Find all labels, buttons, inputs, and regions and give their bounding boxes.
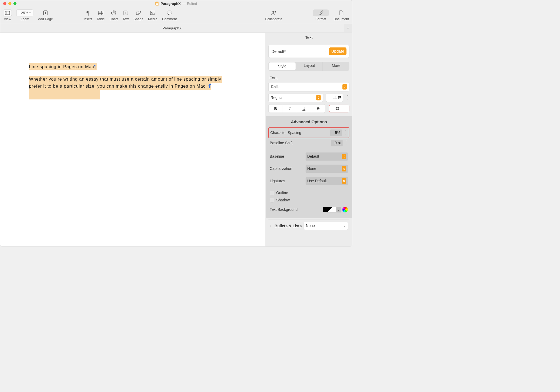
pilcrow-icon: ¶	[94, 64, 97, 69]
inspector-segments: Style Layout More	[268, 62, 349, 71]
strikethrough-button[interactable]: S	[311, 104, 325, 112]
character-spacing-stepper[interactable]: ⌃ ⌄	[344, 130, 348, 135]
chevron-up-icon[interactable]: ⌃	[344, 140, 348, 143]
chart-label: Chart	[110, 17, 118, 21]
media-label: Media	[148, 17, 157, 21]
chevron-up-icon[interactable]: ⌃	[346, 95, 350, 98]
zoom-value: 125%	[19, 11, 28, 15]
document-name: ParagraphX	[161, 2, 181, 6]
add-page-button[interactable]: Add Page	[38, 9, 53, 21]
font-weight-select[interactable]: Regular	[268, 94, 323, 102]
zoom-window-button[interactable]	[13, 2, 16, 5]
ligatures-label: Ligatures	[270, 179, 285, 183]
capitalization-select[interactable]: None	[306, 165, 348, 173]
font-section-label: Font	[269, 75, 349, 80]
view-label: View	[4, 17, 11, 21]
bold-button[interactable]: B	[269, 104, 283, 112]
svg-rect-2	[156, 3, 158, 3]
text-button[interactable]: T Text	[122, 9, 129, 21]
chevron-down-icon[interactable]: ⌄	[344, 143, 348, 146]
media-button[interactable]: Media	[148, 9, 157, 21]
inspector-panel: Text Default* ⌵ Update Style Layout More…	[265, 33, 352, 246]
add-page-label: Add Page	[38, 17, 53, 21]
chevron-down-icon: ⌵	[326, 50, 327, 53]
advanced-options-button[interactable]: ⌄	[329, 105, 349, 112]
pilcrow-icon: ¶	[209, 84, 211, 89]
format-button[interactable]: Format	[313, 9, 329, 21]
svg-point-26	[272, 11, 274, 13]
svg-line-37	[336, 109, 337, 110]
chart-button[interactable]: Chart	[110, 9, 118, 21]
segment-layout[interactable]: Layout	[296, 62, 323, 71]
titlebar: ParagraphX — Edited	[0, 0, 352, 7]
collaborate-button[interactable]: Collaborate	[265, 9, 282, 21]
svg-rect-9	[98, 11, 103, 15]
baseline-shift-stepper[interactable]: ⌃ ⌄	[344, 140, 348, 146]
collaborate-label: Collaborate	[265, 17, 282, 21]
inspector-header: Text	[266, 33, 352, 42]
chevron-up-icon[interactable]: ⌃	[344, 130, 348, 133]
baseline-select[interactable]: Default	[306, 152, 348, 160]
segment-more[interactable]: More	[323, 62, 350, 71]
shape-button[interactable]: Shape	[134, 9, 143, 21]
chevron-down-icon: ▾	[29, 12, 30, 14]
outline-checkbox[interactable]	[270, 191, 274, 195]
baseline-value: Default	[307, 154, 319, 159]
stepper-icon	[342, 166, 346, 171]
document-text[interactable]: Line spacing in Pages on Mac¶ Whether yo…	[29, 63, 255, 99]
document-button[interactable]: Document	[334, 9, 349, 21]
italic-button[interactable]: I	[283, 104, 297, 112]
svg-rect-23	[167, 11, 172, 14]
bullets-lists-select[interactable]: None ⌄	[304, 222, 348, 230]
style-name: Default*	[271, 49, 324, 54]
view-button[interactable]: View	[3, 9, 12, 21]
color-picker-button[interactable]	[342, 207, 348, 212]
svg-rect-4	[5, 11, 9, 15]
chevron-down-icon[interactable]: ⌄	[346, 98, 350, 100]
paragraph-style-select[interactable]: Default* ⌵ Update	[268, 45, 349, 58]
format-label: Format	[315, 17, 326, 21]
tab-name[interactable]: ParagraphX	[0, 26, 344, 30]
bullets-lists-value: None	[306, 224, 315, 228]
insert-button[interactable]: ¶ Insert	[83, 9, 92, 21]
close-window-button[interactable]	[3, 2, 6, 5]
svg-point-30	[337, 108, 338, 109]
font-family-select[interactable]: Calibri	[268, 82, 349, 91]
insert-label: Insert	[83, 17, 92, 21]
comment-button[interactable]: Comment	[162, 9, 177, 21]
baseline-shift-label: Baseline Shift	[270, 141, 331, 145]
table-button[interactable]: Table	[97, 9, 105, 21]
stepper-icon	[342, 154, 346, 159]
shape-label: Shape	[134, 17, 143, 21]
shadow-label: Shadow	[276, 198, 290, 202]
comment-label: Comment	[162, 17, 177, 21]
minimize-window-button[interactable]	[8, 2, 11, 5]
text-label: Text	[122, 17, 129, 21]
underline-button[interactable]: U	[297, 104, 311, 112]
chevron-down-icon[interactable]: ⌄	[344, 133, 348, 135]
text-background-swatch[interactable]	[323, 207, 336, 212]
shadow-checkbox[interactable]	[270, 198, 274, 202]
segment-style[interactable]: Style	[269, 62, 296, 70]
zoom-button[interactable]: 125% ▾ Zoom	[16, 9, 33, 21]
font-size-stepper[interactable]: ⌃ ⌄	[346, 94, 350, 102]
add-tab-button[interactable]: +	[344, 24, 352, 32]
capitalization-label: Capitalization	[270, 167, 292, 171]
svg-rect-0	[156, 2, 159, 5]
font-family-value: Calibri	[271, 85, 282, 89]
chevron-down-icon[interactable]: ⌄	[336, 207, 341, 212]
update-style-button[interactable]: Update	[329, 47, 347, 55]
disclosure-icon[interactable]: 〉	[270, 224, 272, 228]
bullets-lists-row: 〉 Bullets & Lists None ⌄	[268, 219, 349, 232]
svg-text:T: T	[125, 11, 127, 15]
ligatures-select[interactable]: Use Default	[306, 177, 348, 185]
character-spacing-input[interactable]: 5%	[330, 130, 342, 136]
font-size-input[interactable]: 11 pt	[326, 94, 343, 102]
baseline-label: Baseline	[270, 154, 284, 159]
svg-line-35	[336, 107, 337, 108]
document-canvas[interactable]: Line spacing in Pages on Mac¶ Whether yo…	[0, 33, 266, 246]
app-window: ParagraphX — Edited View 125% ▾ Zoom	[0, 0, 352, 247]
baseline-row: Baseline Default	[268, 150, 349, 163]
baseline-shift-input[interactable]: 0 pt	[331, 140, 343, 146]
outline-checkbox-row: Outline	[268, 190, 349, 197]
